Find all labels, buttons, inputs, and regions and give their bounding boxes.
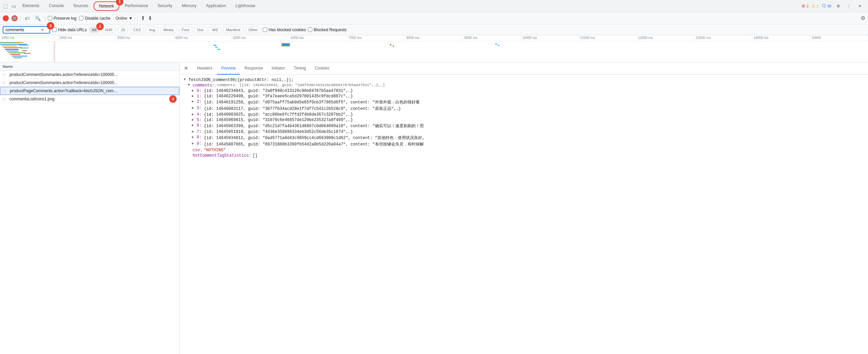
tab-console[interactable]: Console — [44, 0, 68, 12]
tab-timing[interactable]: Timing — [290, 62, 310, 75]
disable-cache-label[interactable]: Disable cache — [79, 16, 110, 21]
expand-3[interactable]: ▶ — [192, 106, 196, 110]
filter-font-btn[interactable]: Font — [179, 27, 192, 33]
search-box[interactable]: ✕ — [3, 26, 50, 34]
tab-performance[interactable]: Performance — [120, 0, 153, 12]
list-item-2[interactable]: □ productPageComments.action?callback=fe… — [0, 87, 179, 95]
svg-rect-22 — [393, 45, 394, 47]
expand-8[interactable]: ▶ — [192, 135, 196, 139]
error-badge: ⊗ 2 — [802, 3, 809, 8]
search-clear-icon[interactable]: ✕ — [41, 27, 44, 32]
tab-elements[interactable]: Elements — [18, 0, 44, 12]
divider3 — [138, 15, 138, 22]
disable-cache-checkbox[interactable] — [79, 16, 83, 20]
svg-rect-16 — [214, 45, 216, 46]
filter-img-btn[interactable]: Img — [146, 27, 158, 33]
blocked-requests-label[interactable]: Blocked Requests — [308, 27, 347, 32]
svg-rect-10 — [17, 42, 24, 43]
tab-security[interactable]: Security — [153, 0, 177, 12]
filter-icon[interactable]: 🏷 — [23, 15, 31, 22]
more-icon[interactable]: ⋮ — [845, 2, 853, 10]
device-icon[interactable]: ▭ — [9, 2, 18, 10]
tab-headers[interactable]: Headers — [193, 62, 216, 75]
expand-0[interactable]: ▶ — [192, 88, 196, 93]
tab-sources[interactable]: Sources — [68, 0, 93, 12]
panel-tabs: ✕ Headers Preview Response Initiator Tim… — [180, 62, 868, 75]
json-item-0: ▶ 0: {id: 14646234843, guid: "2a0f940c43… — [192, 88, 864, 94]
expand-comments[interactable]: ▼ — [188, 83, 192, 87]
record-button[interactable] — [3, 15, 9, 21]
preserve-log-checkbox[interactable] — [48, 16, 52, 20]
tab-preview[interactable]: Preview — [217, 62, 240, 75]
clear-button[interactable] — [12, 15, 18, 21]
filter-ws-btn[interactable]: WS — [209, 27, 221, 33]
tab-initiator[interactable]: Initiator — [268, 62, 289, 75]
svg-rect-6 — [8, 52, 25, 53]
filter-other-btn[interactable]: Other — [245, 27, 261, 33]
list-header: Name — [0, 62, 179, 71]
json-item-1: ▶ 1: {id: 14646229498, guid: "3fa7eaee5c… — [192, 94, 864, 99]
devtools-tabbar: ⬚ ▭ Elements Console Sources Network 1 P… — [0, 0, 868, 12]
divider1 — [20, 15, 21, 22]
tab-memory[interactable]: Memory — [177, 0, 201, 12]
network-settings-icon[interactable]: ⚙ — [861, 15, 865, 21]
filter-xhr-btn[interactable]: XHR — [102, 27, 116, 33]
filter-manifest-btn[interactable]: Manifest — [223, 27, 243, 33]
cursor-icon[interactable]: ⬚ — [1, 2, 9, 10]
tick-1000: 1000 ms — [0, 35, 58, 41]
preserve-log-label[interactable]: Preserve log — [48, 16, 76, 21]
download-icon[interactable]: ⬇ — [148, 15, 152, 21]
filter-media-btn[interactable]: Media — [160, 27, 177, 33]
svg-rect-21 — [390, 44, 391, 45]
tab-application[interactable]: Application — [201, 0, 231, 12]
svg-rect-2 — [2, 45, 17, 46]
close-icon[interactable]: ✕ — [856, 2, 864, 10]
file-icon-0: □ — [3, 72, 7, 77]
has-blocked-label[interactable]: Has blocked cookies — [263, 27, 306, 32]
search-input[interactable] — [5, 27, 39, 32]
expand-root[interactable]: ▼ — [184, 78, 188, 81]
expand-4[interactable]: ▶ — [192, 112, 196, 116]
tab-lighthouse[interactable]: Lighthouse — [231, 0, 260, 12]
expand-6[interactable]: ▶ — [192, 123, 196, 127]
filter-doc-btn[interactable]: Doc — [194, 27, 207, 33]
tab-cookies[interactable]: Cookies — [311, 62, 333, 75]
json-item-2: ▶ 2: {id: 14646191258, guid: "d975aaff75… — [192, 99, 864, 105]
svg-rect-17 — [215, 47, 217, 48]
json-comments-header: ▼ comments: comments: [{id: 14646234843,… — [188, 83, 864, 88]
hide-data-urls-label[interactable]: Hide data URLs — [52, 27, 87, 32]
tab-network[interactable]: Network — [94, 1, 119, 11]
filter-js-btn[interactable]: JS — [118, 27, 128, 33]
expand-2[interactable]: ▶ — [192, 99, 196, 103]
blocked-requests-checkbox[interactable] — [308, 27, 312, 32]
panel-close-btn[interactable]: ✕ — [182, 64, 190, 73]
timeline-area: 1000 ms 2000 ms 3000 ms 4000 ms 5000 ms … — [0, 35, 868, 62]
expand-7[interactable]: ▶ — [192, 130, 196, 134]
json-item-9: ▶ 9: {id: 14645887665, guid: "89731880b3… — [192, 141, 864, 148]
svg-rect-4 — [5, 49, 19, 50]
tick-4000: 4000 ms — [174, 35, 232, 41]
tick-13000: 13000 ms — [694, 35, 752, 41]
settings-icon[interactable]: ⚙ — [834, 2, 842, 10]
svg-rect-13 — [22, 50, 27, 51]
has-blocked-checkbox[interactable] — [263, 27, 267, 32]
upload-icon[interactable]: ⬆ — [141, 15, 145, 21]
filter-css-btn[interactable]: CSS — [130, 27, 144, 33]
json-item-8: ▶ 8: {id: 14645934812, guid: "0ad5771a8d… — [192, 135, 864, 141]
tick-12000: 12000 ms — [636, 35, 694, 41]
tick-11000: 11000 ms — [579, 35, 637, 41]
svg-rect-3 — [3, 47, 22, 48]
search-icon[interactable]: 🔍 — [34, 15, 42, 22]
throttle-select[interactable]: Online ▼ — [113, 15, 135, 22]
svg-rect-5 — [7, 51, 19, 52]
list-item-0[interactable]: □ productCommentSummaries.action?referen… — [0, 71, 179, 79]
json-item-4: ▶ 4: {id: 14646003025, guid: "acc86be6fc… — [192, 112, 864, 117]
expand-9[interactable]: ▶ — [192, 141, 196, 145]
expand-5[interactable]: ▶ — [192, 118, 196, 122]
tab-response[interactable]: Response — [240, 62, 267, 75]
list-item-3[interactable]: □ commentsListIcons1.png 4 — [0, 95, 179, 103]
expand-1[interactable]: ▶ — [192, 94, 196, 98]
main-area: Name □ productCommentSummaries.action?re… — [0, 62, 868, 354]
list-item-1[interactable]: □ productCommentSummaries.action?referen… — [0, 79, 179, 87]
panel-content: ▼ fetchJSON_comment98({productAttr: null… — [180, 75, 868, 354]
